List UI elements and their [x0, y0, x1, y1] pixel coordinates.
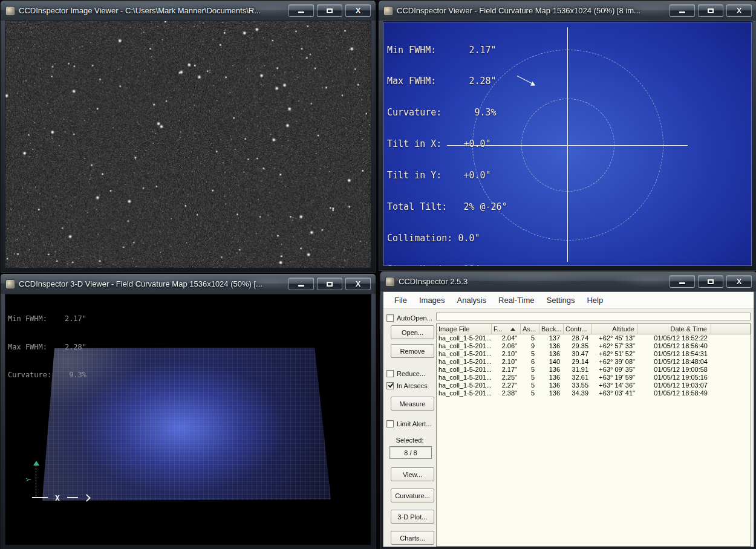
- 3d-viewer-titlebar[interactable]: CCDInspector 3-D Viewer - Field Curvatur…: [1, 274, 376, 294]
- x-axis-line: [32, 497, 48, 498]
- table-cell: ha_coll_1-5-201...: [437, 334, 492, 342]
- table-cell: 33.55: [564, 382, 592, 389]
- table-row[interactable]: ha_coll_1-5-201...2.10"614029.14+62° 39'…: [437, 358, 751, 366]
- in-arcsecs-checkbox-row[interactable]: In Arcsecs: [386, 382, 428, 389]
- table-cell: 01/05/12 19:03:07: [637, 382, 711, 389]
- minimize-button[interactable]: [670, 4, 695, 17]
- table-cell: 6: [521, 358, 539, 366]
- menu-file[interactable]: File: [388, 293, 413, 307]
- close-button[interactable]: X: [345, 278, 371, 290]
- maximize-button[interactable]: [317, 4, 342, 17]
- column-header-fwhm[interactable]: F...: [492, 324, 521, 334]
- table-cell-filler: [711, 334, 751, 342]
- stat-line: Tilt in Y: +0.0": [387, 171, 507, 181]
- limit-alert-checkbox[interactable]: [386, 420, 394, 427]
- table-cell: 2.38": [492, 389, 521, 397]
- selected-label: Selected:: [383, 437, 436, 444]
- in-arcsecs-checkbox[interactable]: [386, 382, 394, 389]
- table-cell: ha_coll_1-5-201...: [437, 342, 492, 350]
- maximize-button[interactable]: [698, 4, 723, 17]
- remove-button[interactable]: Remove: [391, 344, 434, 358]
- table-row[interactable]: ha_coll_1-5-201...2.06"913629.35+62° 57'…: [437, 342, 751, 350]
- close-button[interactable]: X: [726, 4, 752, 17]
- 3d-viewer-window: CCDInspector 3-D Viewer - Field Curvatur…: [0, 273, 376, 549]
- column-header-altitude[interactable]: Altitude: [592, 324, 637, 334]
- minimize-button[interactable]: [288, 278, 314, 290]
- stat-line: Tilt in X: +0.0": [387, 139, 507, 149]
- menu-bar: File Images Analysis Real-Time Settings …: [383, 292, 754, 309]
- table-cell-filler: [711, 358, 751, 366]
- table-row[interactable]: ha_coll_1-5-201...2.38"513634.39+63° 03'…: [437, 389, 751, 397]
- table-cell: +62° 45' 13": [592, 334, 637, 342]
- table-cell: +63° 14' 36": [592, 382, 637, 389]
- table-cell: 136: [539, 366, 564, 374]
- table-row[interactable]: ha_coll_1-5-201...2.27"513633.55+63° 14'…: [437, 382, 751, 389]
- table-cell: 137: [539, 334, 564, 342]
- maximize-button[interactable]: [698, 275, 723, 288]
- y-axis-line: [36, 465, 36, 496]
- column-header-date-time[interactable]: Date & Time: [637, 324, 711, 334]
- table-cell: 2.04": [492, 334, 521, 342]
- close-button[interactable]: X: [345, 4, 371, 17]
- table-row[interactable]: ha_coll_1-5-201...2.04"513728.74+62° 45'…: [437, 334, 751, 342]
- table-cell: 34.39: [564, 389, 592, 397]
- main-app-titlebar[interactable]: CCDInspector 2.5.3 X: [380, 271, 756, 291]
- column-header-image-file[interactable]: Image File: [437, 324, 492, 334]
- table-row[interactable]: ha_coll_1-5-201...2.25"513632.61+63° 19'…: [437, 374, 751, 382]
- x-axis-line: [67, 497, 78, 498]
- 3d-plot-button[interactable]: 3-D Plot...: [391, 510, 434, 524]
- menu-images[interactable]: Images: [413, 293, 451, 307]
- table-cell: 2.25": [492, 374, 521, 382]
- reduce-checkbox[interactable]: [386, 370, 394, 377]
- stat-line: Collimation: 0.0": [387, 233, 507, 244]
- autoopen-checkbox[interactable]: [386, 314, 394, 322]
- menu-analysis[interactable]: Analysis: [451, 293, 492, 307]
- maximize-button[interactable]: [317, 278, 342, 290]
- view-button[interactable]: View...: [391, 467, 434, 481]
- column-header-aspect[interactable]: As...: [521, 324, 539, 334]
- close-button[interactable]: X: [726, 275, 752, 288]
- maximize-icon: [708, 8, 714, 13]
- window-title: CCDInspector Viewer - Field Curvature Ma…: [397, 6, 640, 15]
- measure-button[interactable]: Measure: [391, 397, 434, 411]
- menu-help[interactable]: Help: [581, 293, 609, 307]
- minimize-button[interactable]: [670, 275, 695, 288]
- table-cell: 2.06": [492, 342, 521, 350]
- curvature-viewer-titlebar[interactable]: CCDInspector Viewer - Field Curvature Ma…: [379, 1, 756, 21]
- column-header-background[interactable]: Back...: [539, 324, 564, 334]
- limit-alert-checkbox-row[interactable]: Limit Alert...: [386, 420, 431, 427]
- curvature-map[interactable]: Min FWHM: 2.17" Max FWHM: 2.28" Curvatur…: [383, 21, 752, 267]
- autoopen-label: AutoOpen...: [397, 314, 432, 322]
- stat-line: Max FWHM: 2.28": [8, 343, 86, 352]
- column-header-contrast[interactable]: Contr...: [564, 324, 592, 334]
- table-cell: 5: [521, 374, 539, 382]
- table-row[interactable]: ha_coll_1-5-201...2.10"513630.47+62° 51'…: [437, 350, 751, 358]
- table-cell-filler: [711, 382, 751, 389]
- curvature-button[interactable]: Curvature...: [391, 489, 434, 502]
- table-cell: 5: [521, 366, 539, 374]
- menu-real-time[interactable]: Real-Time: [492, 293, 540, 307]
- table-row[interactable]: ha_coll_1-5-201...2.17"513631.91+63° 09'…: [437, 366, 751, 374]
- charts-button[interactable]: Charts...: [391, 531, 434, 545]
- table-cell: +62° 51' 52": [592, 350, 637, 358]
- 3d-plot-area[interactable]: Min FWHM: 2.17" Max FWHM: 2.28" Curvatur…: [5, 294, 371, 545]
- image-viewer-titlebar[interactable]: CCDInspector Image Viewer - C:\Users\Mar…: [1, 1, 376, 21]
- minimize-button[interactable]: [288, 4, 314, 17]
- x-axis: X: [32, 494, 90, 501]
- reduce-checkbox-row[interactable]: Reduce...: [386, 370, 425, 377]
- y-axis: Y: [32, 463, 41, 498]
- table-cell-filler: [711, 366, 751, 374]
- app-icon: [385, 277, 395, 287]
- table-cell: 01/05/12 18:48:04: [637, 358, 711, 366]
- open-button[interactable]: Open...: [391, 325, 434, 339]
- stat-line: Max FWHM: 2.28": [387, 76, 507, 86]
- x-axis-arrow-icon: [83, 494, 91, 502]
- table-cell: 9: [521, 342, 539, 350]
- star-field-image[interactable]: [5, 21, 371, 268]
- table-cell: 136: [539, 342, 564, 350]
- table-cell: 30.47: [564, 350, 592, 358]
- window-title: CCDInspector 3-D Viewer - Field Curvatur…: [19, 279, 262, 288]
- autoopen-checkbox-row[interactable]: AutoOpen...: [386, 314, 432, 322]
- caption-buttons: X: [285, 278, 371, 290]
- menu-settings[interactable]: Settings: [541, 293, 581, 307]
